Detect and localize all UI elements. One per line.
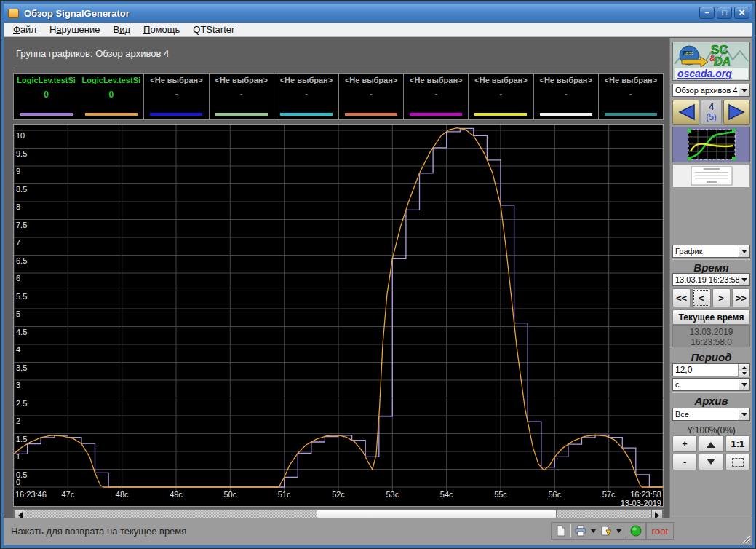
current-time-display: 13.03.2019 16:23:58.0	[672, 325, 750, 347]
svg-text:56с: 56с	[548, 490, 561, 499]
export-icon[interactable]	[600, 525, 612, 537]
svg-text:0: 0	[16, 478, 20, 486]
svg-text:3: 3	[16, 381, 20, 390]
legend-cell[interactable]: <Не выбран>-	[533, 74, 598, 119]
page-indicator: 4 (5)	[701, 100, 722, 125]
chevron-down-icon[interactable]	[739, 408, 749, 420]
svg-text:13-03-2019: 13-03-2019	[621, 499, 661, 507]
resize-grip[interactable]	[741, 534, 751, 544]
graph-group-select[interactable]: Обзор архивов 4	[672, 84, 750, 97]
legend-color-bar	[215, 113, 268, 116]
trend-plot[interactable]: 109.598.587.576.565.554.543.532.521.510.…	[14, 125, 663, 507]
selection-box-icon	[732, 458, 744, 467]
svg-text:54с: 54с	[440, 490, 453, 499]
menu-help[interactable]: Помощь	[137, 23, 186, 36]
prev-page-button[interactable]	[672, 100, 699, 125]
period-spinner[interactable]: 12,0	[672, 363, 750, 376]
group-title-rule	[16, 68, 658, 68]
y-zoom-label: Y:100%(0%)	[672, 424, 750, 435]
time-fast-back-button[interactable]: <<	[672, 288, 691, 307]
shift-up-button[interactable]	[699, 435, 723, 452]
view-mode-select[interactable]: График	[672, 245, 750, 258]
svg-text:9: 9	[16, 167, 20, 175]
legend-cell[interactable]: <Не выбран>-	[209, 74, 274, 119]
legend-value: -	[144, 90, 208, 100]
legend-cell[interactable]: LogicLev.testSi0	[14, 74, 79, 119]
spin-up-icon[interactable]	[739, 364, 749, 371]
legend-label: <Не выбран>	[274, 76, 338, 84]
current-time-button[interactable]: Текущее время	[672, 309, 750, 325]
svg-text:8: 8	[16, 202, 20, 211]
zoom-out-button[interactable]: -	[672, 454, 697, 470]
signal-legend: LogicLev.testSi0LogicLev.testSi0<Не выбр…	[13, 73, 664, 120]
legend-color-bar	[474, 113, 527, 116]
svg-text:DA: DA	[714, 55, 731, 68]
workspace: Группа графиков: Обзор архивов 4 LogicLe…	[4, 38, 752, 518]
status-message[interactable]: Нажать для возврата на текущее время	[11, 526, 186, 537]
trend-chart[interactable]: 109.598.587.576.565.554.543.532.521.510.…	[13, 124, 664, 507]
status-led[interactable]	[630, 525, 642, 537]
legend-value: 0	[79, 90, 143, 100]
chevron-down-icon[interactable]	[739, 245, 749, 257]
legend-label: <Не выбран>	[144, 76, 208, 84]
window-title: Обзор SignalGenerator	[24, 8, 130, 19]
printer-icon[interactable]	[575, 525, 586, 537]
chevron-down-icon[interactable]	[616, 528, 622, 534]
legend-label: <Не выбран>	[599, 76, 663, 84]
legend-cell[interactable]: <Не выбран>-	[143, 74, 208, 119]
menu-qtstarter[interactable]: QTStarter	[186, 23, 241, 36]
svg-text:5: 5	[16, 309, 20, 318]
svg-text:48с: 48с	[116, 490, 129, 499]
chevron-down-icon[interactable]	[739, 274, 749, 285]
chevron-down-icon[interactable]	[739, 84, 749, 96]
menu-violation[interactable]: Нарушение	[43, 23, 107, 36]
period-unit-select[interactable]: с	[672, 378, 750, 391]
legend-cell[interactable]: <Не выбран>-	[338, 74, 403, 119]
legend-cell[interactable]: <Не выбран>-	[274, 74, 338, 119]
legend-cell[interactable]: LogicLev.testSi0	[79, 74, 143, 119]
legend-color-bar	[280, 113, 333, 116]
view-thumbnail-chart[interactable]	[672, 127, 750, 162]
period-value[interactable]: 12,0	[673, 364, 738, 376]
svg-text:16:23:46: 16:23:46	[15, 490, 47, 499]
time-forward-button[interactable]: >	[712, 288, 731, 307]
legend-color-bar	[605, 113, 657, 116]
legend-cell[interactable]: <Не выбран>-	[403, 74, 468, 119]
title-bar[interactable]: Обзор SignalGenerator – □ ✕	[4, 4, 752, 23]
document-icon[interactable]	[555, 525, 567, 537]
legend-value: 0	[14, 90, 79, 100]
legend-label: <Не выбран>	[404, 76, 468, 84]
group-title: Группа графиков: Обзор архивов 4	[16, 48, 169, 59]
chevron-down-icon[interactable]	[590, 528, 597, 534]
zoom-in-button[interactable]: +	[672, 435, 697, 452]
close-button[interactable]: ✕	[734, 7, 749, 19]
arrow-up-icon	[707, 438, 715, 448]
legend-value: -	[339, 90, 403, 100]
zoom-box-button[interactable]	[725, 454, 750, 470]
svg-text:47с: 47с	[61, 490, 74, 499]
archive-select[interactable]: Все	[672, 408, 750, 421]
maximize-button[interactable]: □	[717, 7, 732, 19]
next-page-button[interactable]	[723, 100, 750, 125]
oscada-logo[interactable]: 18:55 SC & DA oscada.org	[672, 42, 750, 81]
view-thumbnail-report[interactable]	[672, 164, 750, 188]
shift-down-button[interactable]	[699, 454, 723, 470]
datetime-select[interactable]: 13.03.19 16:23:58	[672, 273, 750, 286]
chart-canvas[interactable]: 109.598.587.576.565.554.543.532.521.510.…	[14, 125, 663, 506]
legend-cell[interactable]: <Не выбран>-	[598, 74, 663, 119]
zoom-reset-button[interactable]: 1:1	[725, 435, 750, 452]
legend-cell[interactable]: <Не выбран>-	[468, 74, 533, 119]
time-fast-forward-button[interactable]: >>	[732, 288, 750, 307]
svg-text:7.5: 7.5	[16, 221, 27, 229]
menu-view[interactable]: Вид	[107, 23, 138, 36]
minimize-button[interactable]: –	[699, 7, 715, 19]
svg-text:8.5: 8.5	[16, 185, 27, 194]
chevron-down-icon[interactable]	[739, 379, 749, 390]
svg-text:4.5: 4.5	[16, 328, 27, 336]
svg-text:55с: 55с	[494, 490, 507, 499]
svg-text:2: 2	[16, 416, 20, 425]
legend-label: <Не выбран>	[339, 76, 403, 84]
time-back-button[interactable]: <	[692, 288, 710, 307]
menu-file[interactable]: Файл	[7, 23, 43, 36]
spin-down-icon[interactable]	[739, 371, 749, 377]
